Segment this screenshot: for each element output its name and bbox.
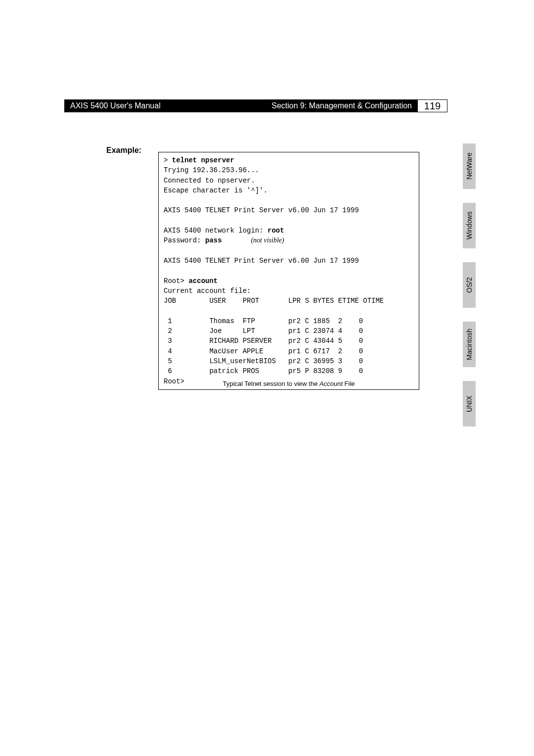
table-row: 6 patrick PROS pr5 P 83208 9 0 [164, 367, 363, 375]
section-title: Section 9: Management & Configuration [190, 101, 412, 110]
tab-macintosh[interactable]: Macintosh [463, 322, 476, 367]
term-line: Current account file: [164, 287, 251, 295]
manual-title: AXIS 5400 User's Manual [70, 101, 190, 110]
caption-ital: Account [319, 380, 343, 387]
figure-caption: Typical Telnet session to view the Accou… [158, 380, 419, 387]
tab-os2[interactable]: OS/2 [463, 262, 476, 308]
table-header: JOB USER PROT LPR S BYTES ETIME OTIME [164, 297, 384, 305]
term-line: Trying 192.36.253.96... [164, 166, 259, 174]
table-row: 1 Thomas FTP pr2 C 1885 2 0 [164, 317, 363, 325]
page-header: AXIS 5400 User's Manual Section 9: Manag… [64, 99, 447, 112]
tab-windows[interactable]: Windows [463, 203, 476, 248]
login-pass: pass [205, 236, 222, 244]
table-row: 4 MacUser APPLE pr1 C 6717 2 0 [164, 347, 363, 355]
not-visible-note: (not visible) [251, 236, 284, 244]
root-prompt: Root> [164, 277, 188, 285]
term-line: Password: [164, 236, 205, 244]
table-row: 3 RICHARD PSERVER pr2 C 43044 5 0 [164, 337, 363, 345]
pad [222, 236, 251, 244]
term-line: Escape character is '^]'. [164, 187, 267, 194]
term-line: AXIS 5400 TELNET Print Server v6.00 Jun … [164, 257, 359, 265]
side-tabs: NetWare Windows OS/2 Macintosh UNIX [463, 143, 476, 426]
header-bar: AXIS 5400 User's Manual Section 9: Manag… [64, 99, 418, 112]
tab-netware[interactable]: NetWare [463, 143, 476, 189]
login-user: root [267, 227, 284, 235]
page-number: 119 [418, 99, 447, 112]
term-line: AXIS 5400 network login: [164, 227, 267, 235]
prompt: > [164, 156, 172, 164]
tab-unix[interactable]: UNIX [463, 381, 476, 426]
cmd-account: account [188, 277, 218, 285]
term-line: Connected to npserver. [164, 177, 255, 185]
caption-pre: Typical Telnet session to view the [222, 380, 319, 387]
table-row: 5 LSLM_userNetBIOS pr2 C 36995 3 0 [164, 357, 363, 365]
cmd-telnet: telnet npserver [172, 156, 234, 164]
example-heading: Example: [106, 146, 141, 155]
terminal-output: > telnet npserver Trying 192.36.253.96..… [158, 152, 419, 390]
caption-post: File [343, 380, 355, 387]
table-row: 2 Joe LPT pr1 C 23074 4 0 [164, 327, 363, 335]
term-line: AXIS 5400 TELNET Print Server v6.00 Jun … [164, 206, 359, 214]
